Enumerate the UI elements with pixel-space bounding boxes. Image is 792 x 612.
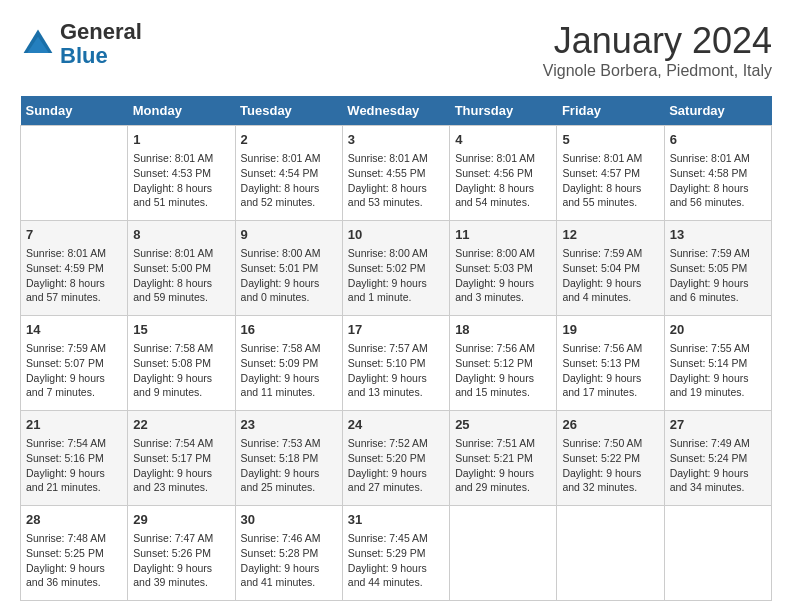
col-header-saturday: Saturday bbox=[664, 96, 771, 126]
day-info: Sunrise: 8:00 AMSunset: 5:02 PMDaylight:… bbox=[348, 246, 444, 305]
calendar-cell: 26Sunrise: 7:50 AMSunset: 5:22 PMDayligh… bbox=[557, 411, 664, 506]
day-number: 6 bbox=[670, 131, 766, 149]
week-row-2: 7Sunrise: 8:01 AMSunset: 4:59 PMDaylight… bbox=[21, 221, 772, 316]
day-number: 16 bbox=[241, 321, 337, 339]
day-info: Sunrise: 7:57 AMSunset: 5:10 PMDaylight:… bbox=[348, 341, 444, 400]
day-number: 2 bbox=[241, 131, 337, 149]
logo-text: General Blue bbox=[60, 20, 142, 68]
day-info: Sunrise: 7:58 AMSunset: 5:08 PMDaylight:… bbox=[133, 341, 229, 400]
day-info: Sunrise: 7:56 AMSunset: 5:13 PMDaylight:… bbox=[562, 341, 658, 400]
page-header: General Blue January 2024 Vignole Borber… bbox=[20, 20, 772, 80]
day-info: Sunrise: 7:59 AMSunset: 5:07 PMDaylight:… bbox=[26, 341, 122, 400]
calendar-cell: 15Sunrise: 7:58 AMSunset: 5:08 PMDayligh… bbox=[128, 316, 235, 411]
day-number: 8 bbox=[133, 226, 229, 244]
day-number: 9 bbox=[241, 226, 337, 244]
calendar-cell: 20Sunrise: 7:55 AMSunset: 5:14 PMDayligh… bbox=[664, 316, 771, 411]
calendar-cell: 2Sunrise: 8:01 AMSunset: 4:54 PMDaylight… bbox=[235, 126, 342, 221]
col-header-tuesday: Tuesday bbox=[235, 96, 342, 126]
title-block: January 2024 Vignole Borbera, Piedmont, … bbox=[543, 20, 772, 80]
day-info: Sunrise: 7:55 AMSunset: 5:14 PMDaylight:… bbox=[670, 341, 766, 400]
day-info: Sunrise: 7:48 AMSunset: 5:25 PMDaylight:… bbox=[26, 531, 122, 590]
day-number: 12 bbox=[562, 226, 658, 244]
day-info: Sunrise: 8:01 AMSunset: 4:56 PMDaylight:… bbox=[455, 151, 551, 210]
day-info: Sunrise: 7:54 AMSunset: 5:17 PMDaylight:… bbox=[133, 436, 229, 495]
calendar-cell: 18Sunrise: 7:56 AMSunset: 5:12 PMDayligh… bbox=[450, 316, 557, 411]
calendar-cell: 1Sunrise: 8:01 AMSunset: 4:53 PMDaylight… bbox=[128, 126, 235, 221]
day-number: 27 bbox=[670, 416, 766, 434]
logo: General Blue bbox=[20, 20, 142, 68]
day-info: Sunrise: 8:01 AMSunset: 4:59 PMDaylight:… bbox=[26, 246, 122, 305]
calendar-cell: 14Sunrise: 7:59 AMSunset: 5:07 PMDayligh… bbox=[21, 316, 128, 411]
day-info: Sunrise: 7:59 AMSunset: 5:05 PMDaylight:… bbox=[670, 246, 766, 305]
day-number: 31 bbox=[348, 511, 444, 529]
day-number: 15 bbox=[133, 321, 229, 339]
month-title: January 2024 bbox=[543, 20, 772, 62]
day-info: Sunrise: 7:47 AMSunset: 5:26 PMDaylight:… bbox=[133, 531, 229, 590]
day-number: 22 bbox=[133, 416, 229, 434]
day-number: 7 bbox=[26, 226, 122, 244]
calendar-cell: 8Sunrise: 8:01 AMSunset: 5:00 PMDaylight… bbox=[128, 221, 235, 316]
day-number: 3 bbox=[348, 131, 444, 149]
day-info: Sunrise: 7:59 AMSunset: 5:04 PMDaylight:… bbox=[562, 246, 658, 305]
day-info: Sunrise: 8:01 AMSunset: 5:00 PMDaylight:… bbox=[133, 246, 229, 305]
day-info: Sunrise: 7:46 AMSunset: 5:28 PMDaylight:… bbox=[241, 531, 337, 590]
day-number: 25 bbox=[455, 416, 551, 434]
calendar-cell bbox=[664, 506, 771, 601]
day-info: Sunrise: 7:54 AMSunset: 5:16 PMDaylight:… bbox=[26, 436, 122, 495]
day-info: Sunrise: 8:01 AMSunset: 4:58 PMDaylight:… bbox=[670, 151, 766, 210]
day-number: 21 bbox=[26, 416, 122, 434]
day-info: Sunrise: 7:45 AMSunset: 5:29 PMDaylight:… bbox=[348, 531, 444, 590]
calendar-cell: 30Sunrise: 7:46 AMSunset: 5:28 PMDayligh… bbox=[235, 506, 342, 601]
day-info: Sunrise: 7:49 AMSunset: 5:24 PMDaylight:… bbox=[670, 436, 766, 495]
day-info: Sunrise: 7:50 AMSunset: 5:22 PMDaylight:… bbox=[562, 436, 658, 495]
calendar-cell: 9Sunrise: 8:00 AMSunset: 5:01 PMDaylight… bbox=[235, 221, 342, 316]
day-info: Sunrise: 8:01 AMSunset: 4:54 PMDaylight:… bbox=[241, 151, 337, 210]
calendar-cell: 12Sunrise: 7:59 AMSunset: 5:04 PMDayligh… bbox=[557, 221, 664, 316]
calendar-cell: 7Sunrise: 8:01 AMSunset: 4:59 PMDaylight… bbox=[21, 221, 128, 316]
day-number: 18 bbox=[455, 321, 551, 339]
calendar-cell: 16Sunrise: 7:58 AMSunset: 5:09 PMDayligh… bbox=[235, 316, 342, 411]
calendar-cell: 6Sunrise: 8:01 AMSunset: 4:58 PMDaylight… bbox=[664, 126, 771, 221]
day-number: 29 bbox=[133, 511, 229, 529]
location: Vignole Borbera, Piedmont, Italy bbox=[543, 62, 772, 80]
col-header-monday: Monday bbox=[128, 96, 235, 126]
calendar-cell bbox=[557, 506, 664, 601]
calendar-cell: 13Sunrise: 7:59 AMSunset: 5:05 PMDayligh… bbox=[664, 221, 771, 316]
day-info: Sunrise: 7:53 AMSunset: 5:18 PMDaylight:… bbox=[241, 436, 337, 495]
day-number: 28 bbox=[26, 511, 122, 529]
week-row-4: 21Sunrise: 7:54 AMSunset: 5:16 PMDayligh… bbox=[21, 411, 772, 506]
calendar-cell: 22Sunrise: 7:54 AMSunset: 5:17 PMDayligh… bbox=[128, 411, 235, 506]
day-info: Sunrise: 8:01 AMSunset: 4:55 PMDaylight:… bbox=[348, 151, 444, 210]
day-number: 30 bbox=[241, 511, 337, 529]
day-info: Sunrise: 7:56 AMSunset: 5:12 PMDaylight:… bbox=[455, 341, 551, 400]
calendar-cell: 21Sunrise: 7:54 AMSunset: 5:16 PMDayligh… bbox=[21, 411, 128, 506]
calendar-cell: 25Sunrise: 7:51 AMSunset: 5:21 PMDayligh… bbox=[450, 411, 557, 506]
calendar-cell bbox=[450, 506, 557, 601]
week-row-5: 28Sunrise: 7:48 AMSunset: 5:25 PMDayligh… bbox=[21, 506, 772, 601]
calendar-body: 1Sunrise: 8:01 AMSunset: 4:53 PMDaylight… bbox=[21, 126, 772, 601]
logo-general: General bbox=[60, 19, 142, 44]
day-info: Sunrise: 8:01 AMSunset: 4:53 PMDaylight:… bbox=[133, 151, 229, 210]
day-number: 1 bbox=[133, 131, 229, 149]
week-row-1: 1Sunrise: 8:01 AMSunset: 4:53 PMDaylight… bbox=[21, 126, 772, 221]
calendar-cell: 3Sunrise: 8:01 AMSunset: 4:55 PMDaylight… bbox=[342, 126, 449, 221]
day-info: Sunrise: 8:00 AMSunset: 5:01 PMDaylight:… bbox=[241, 246, 337, 305]
col-header-sunday: Sunday bbox=[21, 96, 128, 126]
col-header-thursday: Thursday bbox=[450, 96, 557, 126]
day-number: 17 bbox=[348, 321, 444, 339]
day-number: 11 bbox=[455, 226, 551, 244]
day-number: 4 bbox=[455, 131, 551, 149]
day-info: Sunrise: 7:58 AMSunset: 5:09 PMDaylight:… bbox=[241, 341, 337, 400]
calendar-cell: 17Sunrise: 7:57 AMSunset: 5:10 PMDayligh… bbox=[342, 316, 449, 411]
calendar-cell: 24Sunrise: 7:52 AMSunset: 5:20 PMDayligh… bbox=[342, 411, 449, 506]
day-number: 26 bbox=[562, 416, 658, 434]
calendar-cell: 28Sunrise: 7:48 AMSunset: 5:25 PMDayligh… bbox=[21, 506, 128, 601]
calendar-table: SundayMondayTuesdayWednesdayThursdayFrid… bbox=[20, 96, 772, 601]
day-info: Sunrise: 8:00 AMSunset: 5:03 PMDaylight:… bbox=[455, 246, 551, 305]
day-info: Sunrise: 7:52 AMSunset: 5:20 PMDaylight:… bbox=[348, 436, 444, 495]
day-info: Sunrise: 8:01 AMSunset: 4:57 PMDaylight:… bbox=[562, 151, 658, 210]
day-number: 5 bbox=[562, 131, 658, 149]
col-header-wednesday: Wednesday bbox=[342, 96, 449, 126]
day-number: 14 bbox=[26, 321, 122, 339]
calendar-cell: 19Sunrise: 7:56 AMSunset: 5:13 PMDayligh… bbox=[557, 316, 664, 411]
